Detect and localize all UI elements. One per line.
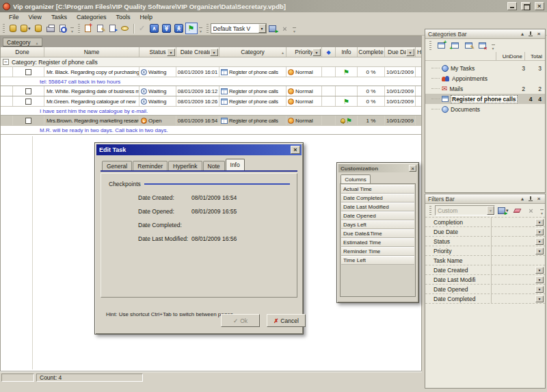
filter-preset-combobox[interactable]: Custom <box>435 205 495 215</box>
menu-item[interactable]: File <box>4 14 24 21</box>
filter-dropdown-icon[interactable] <box>535 228 544 235</box>
filter-dropdown-icon[interactable] <box>535 296 544 302</box>
print-icon[interactable] <box>44 23 57 34</box>
toolbar-overflow-handle[interactable] <box>490 40 496 51</box>
ok-button[interactable]: Ok <box>221 314 260 327</box>
print-preview-icon[interactable] <box>57 23 69 34</box>
column-option[interactable]: Date Last Modified <box>341 202 414 211</box>
column-header-date-created[interactable]: Date Created <box>176 47 219 57</box>
menu-item[interactable]: Categories <box>72 14 111 21</box>
done-checkbox[interactable] <box>25 118 31 124</box>
toolbar-grip[interactable] <box>429 41 431 50</box>
backup-database-icon[interactable] <box>32 23 44 34</box>
collapse-panel-icon[interactable] <box>518 30 526 38</box>
group-by-category-button[interactable]: Category <box>3 38 42 47</box>
close-button[interactable] <box>535 2 544 10</box>
dialog-tab[interactable]: Note <box>203 161 225 170</box>
cancel-button[interactable]: Cancel <box>267 314 306 327</box>
column-header-done[interactable]: Done <box>1 47 44 57</box>
view-note-icon[interactable] <box>119 23 131 34</box>
collapse-group-icon[interactable] <box>3 59 9 65</box>
new-category-icon[interactable] <box>435 40 447 51</box>
pin-icon[interactable] <box>526 195 535 202</box>
toolbar-grip[interactable] <box>3 24 5 33</box>
filter-dropdown-icon[interactable] <box>535 276 544 283</box>
column-option[interactable]: Reminder Time <box>341 247 414 256</box>
move-to-top-icon[interactable] <box>173 23 185 34</box>
task-note-row[interactable]: tel: 558647 call back in two hours <box>1 77 421 86</box>
column-header-priority[interactable]: Priority <box>286 47 322 57</box>
edit-task-icon[interactable] <box>94 23 107 34</box>
dropdown-caret-icon[interactable] <box>28 26 31 31</box>
toolbar-grip[interactable] <box>206 24 209 33</box>
toolbar-overflow-handle[interactable] <box>198 23 204 34</box>
task-note-row[interactable]: M.R. will be ready in two days. Call bac… <box>1 126 421 135</box>
minimize-button[interactable] <box>507 2 517 10</box>
column-option[interactable]: Actual Time <box>341 185 414 194</box>
total-column-header[interactable]: Total <box>524 52 545 60</box>
categories-bar-titlebar[interactable]: Categories Bar <box>425 29 545 39</box>
dialog-tab[interactable]: Reminder <box>133 161 168 170</box>
column-option[interactable]: Date Completed <box>341 194 414 202</box>
column-header-reminder[interactable] <box>322 47 336 57</box>
done-checkbox[interactable] <box>25 69 31 75</box>
task-row[interactable]: Mrs.Brown. Regarding marketing research.… <box>1 116 421 126</box>
delete-view-icon[interactable] <box>279 23 291 34</box>
toolbar-overflow-handle[interactable] <box>292 23 297 34</box>
menu-item[interactable]: Help <box>135 14 157 21</box>
delete-category-icon[interactable] <box>476 40 488 51</box>
move-to-bottom-icon[interactable] <box>161 23 173 34</box>
task-row[interactable]: Mr. Black. Regarding copy of purchasing … <box>1 67 421 77</box>
open-database-icon[interactable] <box>19 23 32 34</box>
column-header-info[interactable]: Info <box>336 47 358 57</box>
clear-filter-icon[interactable] <box>511 205 524 216</box>
column-header-name[interactable]: Name <box>44 47 139 57</box>
apply-view-icon[interactable] <box>267 23 279 34</box>
filter-dropdown-icon[interactable] <box>535 238 544 245</box>
column-header-due-date[interactable]: Due Date <box>385 47 416 57</box>
dialog-tab[interactable]: General <box>102 161 132 170</box>
dialog-tab[interactable]: Info <box>226 159 245 170</box>
close-icon[interactable] <box>291 146 300 154</box>
task-view-combobox[interactable]: Default Task V <box>211 23 267 34</box>
toolbar-overflow-handle[interactable] <box>70 23 75 34</box>
edit-task-titlebar[interactable]: Edit Task <box>96 144 302 155</box>
customization-titlebar[interactable]: Customization <box>338 164 417 172</box>
undone-column-header[interactable]: UnDone <box>496 52 524 60</box>
title-bar[interactable]: Vip organizer [C:\Program Files\VIP Qual… <box>0 0 547 12</box>
task-row[interactable]: Mr.Green. Regarding catalogue of new Wai… <box>1 96 421 107</box>
pin-icon[interactable] <box>526 30 535 38</box>
filter-dropdown-icon[interactable] <box>535 286 544 293</box>
priority-filter-icon[interactable] <box>312 49 321 56</box>
column-header-complete[interactable]: Complete <box>358 47 385 57</box>
combobox-caret-icon[interactable] <box>258 24 266 33</box>
new-task-icon[interactable] <box>82 23 94 34</box>
edit-category-icon[interactable] <box>462 40 475 51</box>
move-up-icon[interactable] <box>148 23 161 34</box>
category-item-my-tasks[interactable]: My Tasks 3 3 <box>425 63 545 73</box>
task-note-row[interactable]: I have sent him the new catalogue by e-m… <box>1 107 421 116</box>
collapse-panel-icon[interactable] <box>518 195 526 202</box>
column-option[interactable]: Date Opened <box>341 211 414 220</box>
column-option[interactable]: Time Left <box>341 256 414 265</box>
complete-task-icon[interactable] <box>107 23 119 34</box>
dialog-tab[interactable]: Hyperlink <box>168 161 202 170</box>
toolbar-grip[interactable] <box>78 24 80 33</box>
column-header-category[interactable]: Category <box>219 47 286 57</box>
new-subcategory-icon[interactable] <box>449 40 461 51</box>
column-option[interactable]: Days Left <box>341 220 414 229</box>
filter-dropdown-icon[interactable] <box>535 248 544 254</box>
category-item-appointments[interactable]: Appointments <box>425 73 545 83</box>
filters-bar-titlebar[interactable]: Filters Bar <box>425 194 545 204</box>
menu-item[interactable]: View <box>24 14 46 21</box>
close-panel-icon[interactable] <box>535 30 543 38</box>
maximize-button[interactable] <box>521 2 531 10</box>
close-panel-icon[interactable] <box>535 195 543 202</box>
new-database-icon[interactable] <box>7 23 19 34</box>
group-row[interactable]: Category: Register of phone calls <box>1 57 421 67</box>
column-header-status[interactable]: Status <box>139 47 176 57</box>
apply-filter-icon[interactable] <box>496 205 510 216</box>
column-option[interactable]: Due Date&Time <box>341 229 414 238</box>
category-item-register-of-phone-calls[interactable]: Register of phone calls 4 4 <box>425 94 545 104</box>
date-created-filter-icon[interactable] <box>210 49 218 56</box>
